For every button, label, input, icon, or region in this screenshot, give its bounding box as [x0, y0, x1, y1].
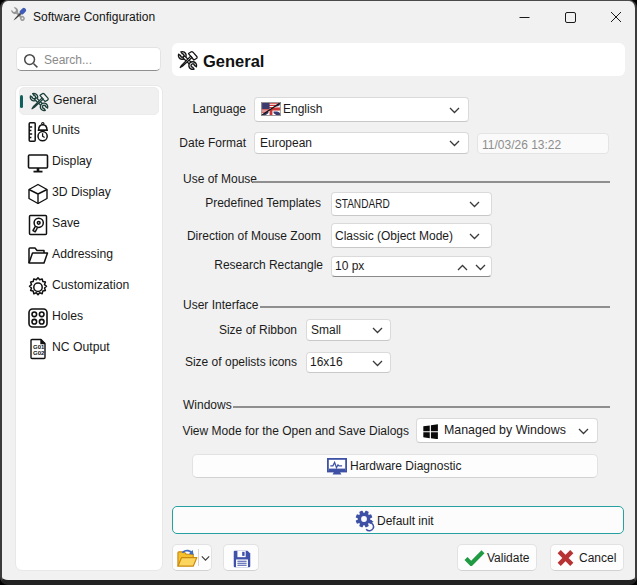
svg-text:G02: G02 [33, 350, 45, 356]
